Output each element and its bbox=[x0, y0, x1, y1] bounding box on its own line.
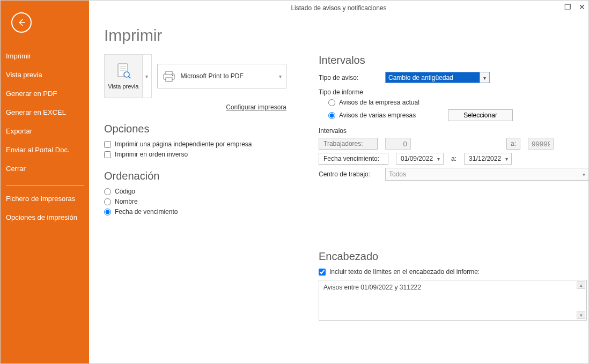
radio-codigo-input[interactable] bbox=[104, 188, 111, 195]
trabajadores-to-input[interactable] bbox=[528, 138, 554, 150]
sidebar-item-exportar[interactable]: Exportar bbox=[1, 122, 89, 140]
configurar-impresora-link[interactable]: Configurar impresora bbox=[226, 103, 286, 111]
chevron-down-icon bbox=[505, 155, 508, 162]
chk-inverso[interactable]: Imprimir en orden inverso bbox=[104, 151, 286, 158]
tipo-aviso-select[interactable]: Cambio de antigüedad bbox=[385, 72, 490, 83]
radio-varias-empresas[interactable]: Avisos de varias empresas bbox=[328, 112, 416, 119]
chk-inverso-label: Imprimir en orden inverso bbox=[115, 151, 188, 158]
tipo-informe-label: Tipo de informe bbox=[319, 88, 589, 96]
vista-previa-label: Vista previa bbox=[108, 83, 138, 90]
sidebar: Imprimir Vista previa Generar en PDF Gen… bbox=[1, 1, 89, 363]
sidebar-item-vista-previa[interactable]: Vista previa bbox=[1, 65, 89, 84]
encabezado-heading: Encabezado bbox=[319, 250, 589, 263]
radio-codigo[interactable]: Código bbox=[104, 188, 286, 195]
a-label-1: a: bbox=[506, 138, 520, 150]
tipo-aviso-label: Tipo de aviso: bbox=[319, 74, 378, 81]
radio-fecha-label: Fecha de vencimiento bbox=[115, 208, 178, 216]
svg-point-9 bbox=[172, 75, 173, 76]
centro-trabajo-value: Todos bbox=[389, 170, 406, 178]
radio-nombre[interactable]: Nombre bbox=[104, 198, 286, 205]
arrow-left-icon bbox=[17, 18, 26, 27]
fecha-vencimiento-label-box[interactable]: Fecha vencimiento: bbox=[319, 153, 388, 165]
radio-empresa-actual[interactable]: Avisos de la empresa actual bbox=[328, 99, 589, 106]
radio-empresa-actual-input[interactable] bbox=[328, 99, 335, 106]
svg-rect-8 bbox=[166, 78, 172, 81]
vista-previa-dropdown[interactable] bbox=[143, 54, 152, 98]
opciones-heading: Opciones bbox=[104, 123, 286, 135]
trabajadores-from-input[interactable] bbox=[385, 138, 411, 150]
radio-nombre-label: Nombre bbox=[115, 198, 138, 205]
fecha-to-input[interactable]: 31/12/2022 bbox=[464, 153, 512, 165]
printer-icon bbox=[162, 70, 176, 83]
ordenacion-heading: Ordenación bbox=[104, 170, 286, 182]
encabezado-text: Avisos entre 01/09/2022 y 311222 bbox=[323, 284, 421, 291]
fecha-to-value: 31/12/2022 bbox=[469, 155, 501, 162]
radio-varias-empresas-input[interactable] bbox=[328, 112, 335, 119]
chevron-down-icon bbox=[583, 170, 585, 178]
centro-trabajo-label: Centro de trabajo: bbox=[319, 170, 378, 178]
chk-incluir-encabezado-input[interactable] bbox=[319, 269, 326, 276]
chk-independiente[interactable]: Imprimir una página independiente por em… bbox=[104, 140, 286, 148]
fecha-from-value: 01/09/2022 bbox=[401, 155, 433, 162]
page-title: Imprimir bbox=[104, 26, 573, 44]
printer-name: Microsoft Print to PDF bbox=[180, 72, 243, 80]
radio-empresa-actual-label: Avisos de la empresa actual bbox=[339, 99, 419, 106]
sidebar-item-generar-pdf[interactable]: Generar en PDF bbox=[1, 84, 89, 103]
sidebar-item-enviar-portal[interactable]: Enviar al Portal Doc. bbox=[1, 140, 89, 159]
chk-incluir-encabezado-label: Incluir texto de límites en el encabezad… bbox=[329, 268, 480, 276]
sidebar-separator bbox=[6, 185, 84, 186]
tipo-aviso-dropdown-button[interactable] bbox=[480, 72, 489, 83]
encabezado-textarea[interactable]: Avisos entre 01/09/2022 y 311222 ▴ ▾ bbox=[319, 280, 587, 321]
chk-inverso-input[interactable] bbox=[104, 151, 111, 158]
document-search-icon bbox=[115, 63, 131, 80]
chevron-down-icon bbox=[145, 72, 148, 80]
tipo-aviso-value: Cambio de antigüedad bbox=[386, 72, 480, 83]
chevron-down-icon bbox=[279, 72, 282, 80]
sub-intervalos-label: Intervalos bbox=[319, 127, 589, 135]
radio-fecha[interactable]: Fecha de vencimiento bbox=[104, 208, 286, 216]
trabajadores-label-box: Trabajadores: bbox=[319, 138, 378, 150]
intervalos-heading: Intervalos bbox=[319, 54, 589, 66]
sidebar-item-generar-excel[interactable]: Generar en EXCEL bbox=[1, 103, 89, 122]
fecha-from-input[interactable]: 01/09/2022 bbox=[396, 153, 444, 165]
radio-fecha-input[interactable] bbox=[104, 209, 111, 216]
a-label-2: a: bbox=[451, 155, 457, 162]
back-button[interactable] bbox=[11, 12, 32, 33]
chevron-down-icon bbox=[437, 155, 440, 162]
seleccionar-button[interactable]: Seleccionar bbox=[448, 109, 513, 121]
scroll-down-button[interactable]: ▾ bbox=[577, 311, 585, 319]
chk-incluir-encabezado[interactable]: Incluir texto de límites en el encabezad… bbox=[319, 268, 589, 276]
sidebar-item-fichero-impresoras[interactable]: Fichero de impresoras bbox=[1, 189, 89, 208]
radio-varias-empresas-label: Avisos de varias empresas bbox=[339, 112, 416, 119]
sidebar-item-opciones-impresion[interactable]: Opciones de impresión bbox=[1, 208, 89, 227]
radio-codigo-label: Código bbox=[115, 188, 135, 195]
svg-rect-7 bbox=[166, 71, 172, 75]
svg-line-5 bbox=[128, 77, 130, 79]
chk-independiente-input[interactable] bbox=[104, 141, 111, 148]
printer-select[interactable]: Microsoft Print to PDF bbox=[157, 64, 286, 88]
chevron-down-icon bbox=[483, 74, 486, 81]
chk-independiente-label: Imprimir una página independiente por em… bbox=[115, 140, 252, 148]
sidebar-item-cerrar[interactable]: Cerrar bbox=[1, 159, 89, 178]
scroll-up-button[interactable]: ▴ bbox=[577, 281, 585, 289]
vista-previa-button[interactable]: Vista previa bbox=[104, 54, 143, 98]
sidebar-item-imprimir[interactable]: Imprimir bbox=[1, 47, 89, 65]
radio-nombre-input[interactable] bbox=[104, 198, 111, 205]
centro-trabajo-select[interactable]: Todos bbox=[385, 168, 589, 181]
